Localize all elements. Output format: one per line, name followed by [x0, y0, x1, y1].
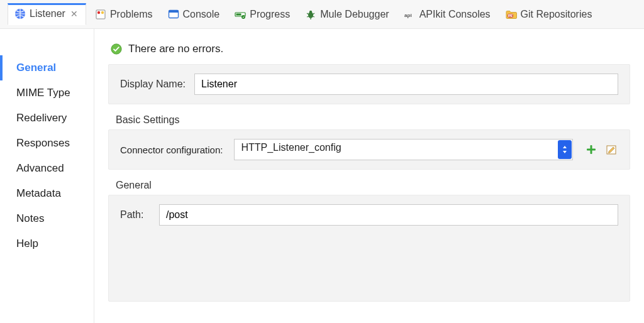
- add-config-button[interactable]: [584, 143, 598, 156]
- sidebar-item-responses[interactable]: Responses: [0, 131, 94, 156]
- display-name-panel: Display Name:: [108, 64, 630, 104]
- api-icon: api: [404, 9, 416, 20]
- connector-config-label: Connector configuration:: [120, 145, 223, 155]
- tab-problems[interactable]: Problems: [89, 4, 159, 25]
- sidebar: General MIME Type Redelivery Responses A…: [0, 29, 94, 323]
- svg-point-2: [97, 11, 100, 13]
- connector-config-select[interactable]: HTTP_Listener_config: [234, 139, 573, 160]
- content-pane: There are no errors. Display Name: Basic…: [94, 29, 644, 323]
- tab-label: Console: [183, 9, 220, 20]
- svg-text:GIT: GIT: [508, 14, 513, 17]
- tab-label: Progress: [250, 9, 290, 20]
- globe-icon: [14, 8, 26, 19]
- basic-settings-panel: Connector configuration: HTTP_Listener_c…: [108, 129, 630, 170]
- path-label: Path:: [120, 209, 150, 221]
- tab-label: Listener: [30, 8, 65, 19]
- svg-rect-16: [587, 149, 596, 151]
- path-input[interactable]: [159, 204, 618, 226]
- sidebar-item-notes[interactable]: Notes: [0, 206, 94, 231]
- svg-point-8: [242, 15, 245, 19]
- tab-progress[interactable]: Progress: [228, 4, 296, 25]
- svg-point-10: [309, 10, 312, 13]
- tab-git-repositories[interactable]: GIT Git Repositories: [499, 4, 599, 25]
- svg-rect-1: [96, 10, 105, 19]
- problems-icon: [95, 9, 106, 20]
- tab-listener[interactable]: Listener ✕: [8, 3, 86, 25]
- general-section-title: General: [108, 176, 630, 195]
- basic-settings-title: Basic Settings: [108, 111, 630, 129]
- svg-text:api: api: [404, 12, 412, 18]
- sidebar-item-advanced[interactable]: Advanced: [0, 156, 94, 181]
- general-panel: Path:: [108, 195, 630, 302]
- check-circle-icon: [111, 43, 122, 55]
- sidebar-item-metadata[interactable]: Metadata: [0, 181, 94, 206]
- top-tabstrip: Listener ✕ Problems Console Progress Mul…: [0, 0, 644, 29]
- tab-label: Problems: [110, 9, 153, 20]
- bug-icon: [305, 9, 316, 20]
- console-icon: [168, 9, 179, 20]
- svg-point-3: [101, 11, 104, 13]
- sidebar-item-mime-type[interactable]: MIME Type: [0, 80, 94, 106]
- svg-rect-5: [169, 10, 178, 13]
- tab-console[interactable]: Console: [162, 4, 226, 25]
- display-name-input[interactable]: [194, 74, 618, 95]
- status-row: There are no errors.: [108, 39, 630, 64]
- edit-config-button[interactable]: [604, 143, 618, 156]
- status-message: There are no errors.: [128, 43, 223, 55]
- sidebar-item-general[interactable]: General: [0, 55, 94, 80]
- tab-mule-debugger[interactable]: Mule Debugger: [299, 4, 395, 25]
- tab-label: APIkit Consoles: [419, 9, 491, 20]
- sidebar-item-redelivery[interactable]: Redelivery: [0, 106, 94, 131]
- select-caret-icon[interactable]: [558, 140, 572, 159]
- svg-rect-7: [236, 13, 242, 15]
- sidebar-item-help[interactable]: Help: [0, 231, 94, 256]
- display-name-label: Display Name:: [120, 79, 186, 90]
- tab-label: Git Repositories: [521, 9, 592, 20]
- tab-apikit-consoles[interactable]: api APIkit Consoles: [398, 4, 497, 25]
- tab-label: Mule Debugger: [320, 9, 389, 20]
- close-icon[interactable]: ✕: [69, 9, 79, 19]
- git-folder-icon: GIT: [506, 9, 517, 20]
- progress-icon: [235, 9, 246, 20]
